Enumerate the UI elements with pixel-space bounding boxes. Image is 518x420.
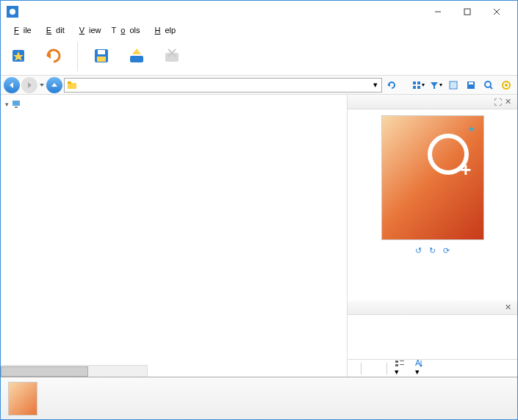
clear-list-button[interactable] bbox=[376, 367, 382, 370]
preview-toggle-button[interactable] bbox=[445, 77, 461, 93]
delete-button bbox=[366, 367, 372, 370]
tree-root[interactable]: ▾ bbox=[1, 98, 148, 110]
svg-rect-24 bbox=[413, 82, 416, 84]
save-disk-icon bbox=[91, 46, 112, 66]
save-disk-button[interactable] bbox=[87, 44, 116, 69]
close-disk-icon bbox=[162, 46, 182, 66]
svg-rect-39 bbox=[395, 361, 398, 363]
recover-button[interactable] bbox=[350, 367, 356, 370]
svg-point-33 bbox=[485, 82, 491, 87]
svg-rect-40 bbox=[400, 361, 404, 361]
options-button[interactable] bbox=[498, 77, 514, 93]
svg-rect-41 bbox=[395, 364, 398, 366]
recovery-button[interactable] bbox=[39, 44, 68, 69]
svg-rect-26 bbox=[413, 86, 416, 89]
preview-expand-icon[interactable]: ⛶ bbox=[492, 98, 503, 106]
toolbar bbox=[1, 37, 517, 76]
recovery-view-icon[interactable]: ▾ bbox=[392, 358, 408, 378]
svg-point-1 bbox=[10, 9, 15, 15]
svg-marker-17 bbox=[10, 82, 13, 88]
file-list[interactable] bbox=[148, 95, 347, 377]
svg-marker-19 bbox=[40, 84, 44, 87]
save-button[interactable] bbox=[463, 77, 479, 93]
statusbar bbox=[1, 377, 517, 419]
svg-marker-28 bbox=[431, 82, 438, 89]
svg-rect-38 bbox=[15, 106, 18, 108]
preview-controls: ↺ ↻ ⟳ bbox=[415, 246, 450, 256]
recovery-list[interactable] bbox=[348, 315, 517, 359]
rotate-right-icon[interactable]: ↻ bbox=[429, 246, 436, 256]
mount-disk-icon bbox=[126, 46, 147, 66]
maximize-button[interactable] bbox=[453, 1, 482, 22]
svg-rect-30 bbox=[450, 82, 456, 88]
svg-marker-20 bbox=[51, 83, 57, 87]
computer-icon bbox=[11, 99, 21, 109]
svg-rect-22 bbox=[68, 82, 71, 84]
menu-view[interactable]: View bbox=[71, 24, 106, 36]
menu-tools[interactable]: Tools bbox=[107, 24, 145, 36]
search-button[interactable] bbox=[481, 77, 497, 93]
wizard-icon bbox=[8, 46, 29, 66]
recovery-icon bbox=[43, 46, 64, 66]
svg-point-36 bbox=[505, 84, 508, 87]
svg-rect-37 bbox=[12, 101, 20, 106]
nav-back-button[interactable] bbox=[4, 77, 20, 93]
svg-rect-32 bbox=[469, 82, 473, 84]
tree-scrollbar[interactable] bbox=[1, 365, 147, 377]
status-thumbnail bbox=[8, 382, 37, 416]
svg-rect-27 bbox=[417, 86, 420, 89]
recovery-toolbar: ▾ A▾ bbox=[348, 359, 517, 377]
svg-rect-21 bbox=[68, 83, 76, 89]
preview-body: ✦ + ↺ ↻ ⟳ bbox=[348, 109, 517, 300]
nav-history-dropdown[interactable] bbox=[39, 82, 45, 88]
svg-rect-3 bbox=[464, 9, 470, 15]
menubar: File Edit View Tools Help bbox=[1, 23, 517, 37]
mount-disk-button[interactable] bbox=[122, 44, 151, 69]
file-panel: ⛶ ✕ ✦ + ↺ ↻ ⟳ ✕ bbox=[148, 95, 517, 377]
close-button[interactable] bbox=[482, 1, 511, 22]
folder-tree[interactable]: ▾ bbox=[1, 95, 148, 365]
svg-marker-18 bbox=[28, 82, 32, 88]
recovery-sort-icon[interactable]: A▾ bbox=[412, 358, 427, 378]
refresh-button[interactable] bbox=[384, 77, 400, 93]
titlebar bbox=[1, 1, 517, 23]
svg-rect-11 bbox=[97, 57, 106, 62]
preview-image: ✦ + bbox=[381, 115, 484, 240]
folder-icon bbox=[67, 80, 77, 90]
filter-button[interactable]: ▾ bbox=[428, 77, 444, 93]
svg-line-34 bbox=[490, 87, 492, 89]
svg-rect-25 bbox=[417, 82, 420, 84]
wizard-button[interactable] bbox=[4, 44, 33, 69]
rotate-left-icon[interactable]: ↺ bbox=[415, 246, 422, 256]
svg-rect-12 bbox=[130, 56, 143, 62]
view-mode-button[interactable]: ▾ bbox=[410, 77, 426, 93]
preview-header: ⛶ ✕ bbox=[348, 95, 517, 109]
menu-edit[interactable]: Edit bbox=[37, 24, 69, 36]
nav-forward-button bbox=[21, 77, 37, 93]
address-input[interactable] bbox=[79, 81, 370, 90]
navbar: ▾ ▾ ▾ bbox=[1, 76, 517, 95]
brand-star-icon: ✦ bbox=[467, 123, 476, 135]
svg-rect-14 bbox=[165, 53, 179, 62]
menu-file[interactable]: File bbox=[5, 24, 36, 36]
svg-marker-13 bbox=[132, 48, 141, 54]
close-disk-button bbox=[157, 44, 187, 69]
main-area: ▾ ⛶ ✕ ✦ + bbox=[1, 95, 517, 377]
rotate-flip-icon[interactable]: ⟳ bbox=[443, 246, 450, 256]
nav-up-button[interactable] bbox=[46, 77, 62, 93]
svg-rect-10 bbox=[98, 50, 105, 54]
right-panel: ⛶ ✕ ✦ + ↺ ↻ ⟳ ✕ bbox=[347, 95, 517, 377]
minimize-button[interactable] bbox=[423, 1, 453, 22]
recovery-header: ✕ bbox=[348, 300, 517, 315]
svg-text:A: A bbox=[415, 360, 421, 367]
address-bar[interactable]: ▾ bbox=[64, 78, 382, 93]
preview-close-icon[interactable]: ✕ bbox=[503, 97, 513, 106]
menu-help[interactable]: Help bbox=[146, 24, 181, 36]
svg-rect-42 bbox=[400, 364, 404, 365]
recovery-close-icon[interactable]: ✕ bbox=[503, 303, 513, 312]
plus-icon: + bbox=[460, 159, 471, 181]
app-icon bbox=[7, 6, 18, 18]
address-dropdown[interactable]: ▾ bbox=[370, 80, 381, 90]
